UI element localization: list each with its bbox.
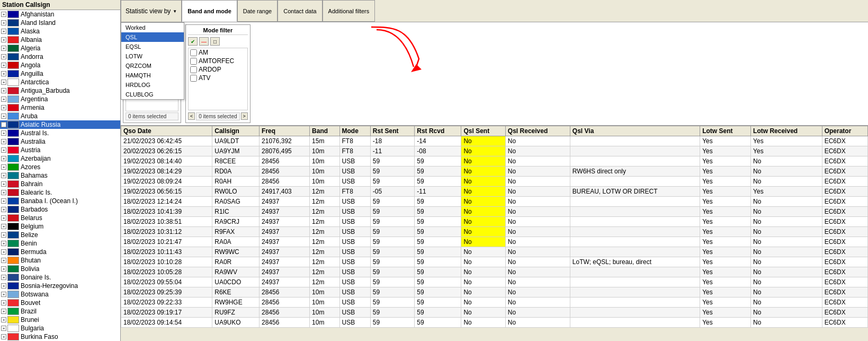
table-row[interactable]: 18/02/2023 09:25:39R6KE2845610mUSB5959No… <box>121 287 868 298</box>
country-item[interactable]: +Bahrain <box>0 180 120 188</box>
country-item[interactable]: +Bahamas <box>0 171 120 180</box>
country-item[interactable]: +Australia <box>0 137 120 146</box>
country-item[interactable]: +Barbados <box>0 205 120 214</box>
expand-icon[interactable]: + <box>1 122 6 127</box>
mode-checkbox[interactable] <box>190 49 197 56</box>
mode-item[interactable]: AM <box>189 48 247 57</box>
country-item[interactable]: +Austria <box>0 146 120 154</box>
table-row[interactable]: 19/02/2023 08:14:40R8CEE2845610mUSB5959N… <box>121 156 868 167</box>
country-list[interactable]: +Afghanistan+Aland Island+Alaska+Albania… <box>0 10 120 341</box>
table-row[interactable]: 18/02/2023 12:14:24RA0SAG2493712mUSB5959… <box>121 197 868 207</box>
expand-icon[interactable]: + <box>1 139 6 144</box>
country-item[interactable]: +Antarctica <box>0 78 120 86</box>
country-item[interactable]: +Bonaire Is. <box>0 273 120 282</box>
table-row[interactable]: 18/02/2023 10:11:43RW9WC2493712mUSB5959N… <box>121 247 868 257</box>
table-row[interactable]: 18/02/2023 09:14:54UA9UKO2845610mUSB5959… <box>121 318 868 328</box>
mode-item[interactable]: ATV <box>189 74 247 82</box>
country-item[interactable]: +Bosnia-Herzegovina <box>0 282 120 290</box>
country-item[interactable]: +Bouvet <box>0 299 120 307</box>
country-item[interactable]: +Bolivia <box>0 265 120 273</box>
mode-minus-icon[interactable]: — <box>199 37 209 46</box>
tab-additional-filters[interactable]: Additional filters <box>323 0 375 22</box>
table-row[interactable]: 18/02/2023 10:41:39R1IC2493712mUSB5959No… <box>121 207 868 217</box>
country-item[interactable]: +Angola <box>0 61 120 69</box>
country-item[interactable]: +Belarus <box>0 214 120 222</box>
expand-icon[interactable]: + <box>1 130 6 136</box>
table-row[interactable]: 20/02/2023 06:26:15UA9YJM28076,49510mFT8… <box>121 146 868 156</box>
statistic-view-dropdown[interactable]: Statistic view by ▼ Worked QSL EQSL LOTW… <box>121 0 182 22</box>
mode-square-icon[interactable]: □ <box>210 37 220 46</box>
table-row[interactable]: 21/02/2023 06:42:45UA9LDT21076,39215mFT8… <box>121 136 868 146</box>
expand-icon[interactable]: + <box>1 283 6 288</box>
expand-icon[interactable]: + <box>1 317 6 322</box>
country-item[interactable]: +Anguilla <box>0 69 120 78</box>
expand-icon[interactable]: + <box>1 46 6 51</box>
tab-date-range[interactable]: Date range <box>237 0 278 22</box>
expand-icon[interactable]: + <box>1 113 6 119</box>
table-container[interactable]: Qso Date Callsign Freq Band Mode Rst Sen… <box>121 126 868 341</box>
mode-item[interactable]: ARDOP <box>189 65 247 74</box>
expand-icon[interactable]: + <box>1 54 6 59</box>
expand-icon[interactable]: + <box>1 80 6 85</box>
table-row[interactable]: 19/02/2023 08:09:24R0AH2845610mUSB5959No… <box>121 177 868 187</box>
expand-icon[interactable]: + <box>1 215 6 221</box>
country-item[interactable]: +Azores <box>0 163 120 171</box>
mode-checkbox[interactable] <box>190 58 197 65</box>
mode-scroll-right[interactable]: > <box>241 112 248 120</box>
dropdown-item-hamqth[interactable]: HAMQTH <box>121 71 184 80</box>
country-item[interactable]: +Brazil <box>0 307 120 316</box>
dropdown-item-qsl[interactable]: QSL <box>121 32 184 42</box>
country-item[interactable]: +Algeria <box>0 44 120 53</box>
country-item[interactable]: +Belize <box>0 231 120 239</box>
table-row[interactable]: 18/02/2023 09:22:33RW9HGE2845610mUSB5959… <box>121 298 868 308</box>
expand-icon[interactable]: + <box>1 71 6 76</box>
country-item[interactable]: +Balearic Is. <box>0 188 120 197</box>
expand-icon[interactable]: + <box>1 309 6 314</box>
country-item[interactable]: +Bulgaria <box>0 324 120 333</box>
table-row[interactable]: 18/02/2023 10:21:47RA0A2493712mUSB5959No… <box>121 237 868 247</box>
table-row[interactable]: 18/02/2023 09:55:04UA0CDO2493712mUSB5959… <box>121 277 868 287</box>
dropdown-item-hrdlog[interactable]: HRDLOG <box>121 80 184 90</box>
mode-check-icon[interactable]: ✔ <box>188 37 198 46</box>
dropdown-item-worked[interactable]: Worked <box>121 23 184 32</box>
dropdown-item-lotw[interactable]: LOTW <box>121 51 184 61</box>
expand-icon[interactable]: + <box>1 105 6 110</box>
expand-icon[interactable]: + <box>1 12 6 17</box>
expand-icon[interactable]: + <box>1 207 6 212</box>
expand-icon[interactable]: + <box>1 63 6 68</box>
tab-contact-data[interactable]: Contact data <box>278 0 322 22</box>
dropdown-item-qrzcom[interactable]: QRZCOM <box>121 61 184 71</box>
country-item[interactable]: +Azerbaijan <box>0 154 120 163</box>
country-item[interactable]: +Alaska <box>0 27 120 36</box>
table-row[interactable]: 18/02/2023 10:10:28RA0R2493712mUSB5959No… <box>121 257 868 267</box>
table-row[interactable]: 19/02/2023 06:56:15RW0LO24917,40312mFT8-… <box>121 187 868 197</box>
table-row[interactable]: 18/02/2023 09:19:17RU9FZ2845610mUSB5959N… <box>121 308 868 318</box>
expand-icon[interactable]: + <box>1 334 6 339</box>
expand-icon[interactable]: + <box>1 224 6 229</box>
country-item[interactable]: +Brunei <box>0 316 120 324</box>
expand-icon[interactable]: + <box>1 88 6 93</box>
country-item[interactable]: +Benin <box>0 239 120 248</box>
country-item[interactable]: +Austral Is. <box>0 129 120 137</box>
country-item[interactable]: +Banaba I. (Ocean I.) <box>0 197 120 205</box>
expand-icon[interactable]: + <box>1 181 6 187</box>
expand-icon[interactable]: + <box>1 300 6 305</box>
table-row[interactable]: 19/02/2023 08:14:29RD0A2845610mUSB5959No… <box>121 167 868 177</box>
country-item[interactable]: +Bhutan <box>0 256 120 265</box>
country-item[interactable]: +Antigua_Barbuda <box>0 86 120 95</box>
country-item[interactable]: +Bermuda <box>0 248 120 256</box>
expand-icon[interactable]: + <box>1 164 6 170</box>
country-item[interactable]: +Albania <box>0 36 120 44</box>
expand-icon[interactable]: + <box>1 249 6 255</box>
expand-icon[interactable]: + <box>1 147 6 153</box>
expand-icon[interactable]: + <box>1 292 6 297</box>
expand-icon[interactable]: + <box>1 232 6 238</box>
expand-icon[interactable]: + <box>1 266 6 272</box>
country-item[interactable]: +Andorra <box>0 53 120 61</box>
expand-icon[interactable]: + <box>1 241 6 246</box>
dropdown-item-eqsl[interactable]: EQSL <box>121 42 184 51</box>
expand-icon[interactable]: + <box>1 258 6 263</box>
expand-icon[interactable]: + <box>1 20 6 25</box>
statistic-view-tab[interactable]: Statistic view by ▼ <box>121 0 182 22</box>
country-item[interactable]: +Afghanistan <box>0 10 120 19</box>
